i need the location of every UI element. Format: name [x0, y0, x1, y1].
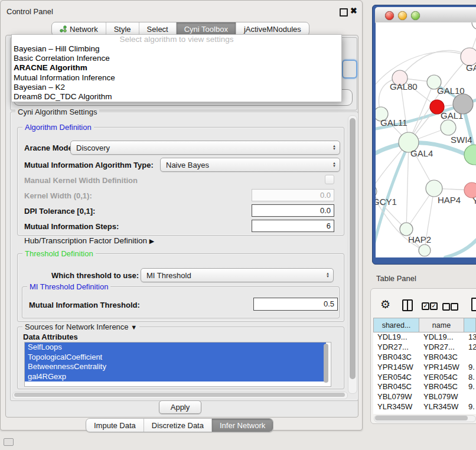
- checked-box-icon[interactable]: ✓: [422, 302, 429, 310]
- table-cell[interactable]: 9.: [464, 402, 476, 412]
- attribute-item-betweennesscentrality[interactable]: BetweennessCentrality: [25, 362, 326, 372]
- aracne-mode-select[interactable]: Discovery ▲▼: [70, 141, 340, 155]
- close-icon[interactable]: ✖: [350, 6, 357, 15]
- table-row[interactable]: YLR345WYLR345W9.: [373, 402, 476, 412]
- table-row[interactable]: YBL079WYBL079W: [373, 392, 476, 402]
- table-cell[interactable]: 9: [464, 412, 476, 414]
- table-cell[interactable]: 9.: [464, 363, 476, 373]
- algorithm-option-bayesian-k2[interactable]: Bayesian – K2: [12, 83, 341, 92]
- network-node[interactable]: [464, 145, 476, 165]
- network-edge[interactable]: [400, 50, 470, 78]
- checked-box-icon[interactable]: ✓: [430, 302, 438, 310]
- algorithm-option-bayesian-hill-climbing[interactable]: Bayesian – Hill Climbing: [12, 44, 341, 54]
- unchecked-box-icon[interactable]: [442, 303, 450, 311]
- network-node[interactable]: [453, 94, 473, 114]
- table-row[interactable]: YER054CYER054C8.: [373, 373, 476, 383]
- settings-horizontal-scrollbar[interactable]: [12, 392, 348, 399]
- settings-vertical-scrollbar[interactable]: [348, 115, 357, 394]
- algorithm-option-mutual-information-inference[interactable]: Mutual Information Inference: [12, 73, 341, 83]
- network-node-hap4[interactable]: [426, 180, 442, 197]
- table-cell[interactable]: YDL19...: [373, 332, 419, 343]
- hub-definition-toggle[interactable]: Hub/Transcription Factor Definition ▶: [24, 236, 154, 245]
- mi-algorithm-type-select[interactable]: Naive Bayes ▲▼: [160, 158, 340, 172]
- dpi-tolerance-field[interactable]: 0.0: [252, 204, 334, 217]
- table-cell[interactable]: YLR345W: [419, 402, 464, 412]
- page-icon[interactable]: [471, 298, 476, 311]
- tab-style[interactable]: Style: [106, 22, 139, 35]
- table-cell[interactable]: YDL19...: [419, 332, 464, 343]
- table-cell[interactable]: 13: [464, 332, 476, 343]
- table-cell[interactable]: YDR27...: [373, 343, 419, 353]
- table-row[interactable]: YPR145WYPR145W9.: [373, 363, 476, 373]
- table-row[interactable]: YIL052CYIL052C9: [373, 412, 476, 414]
- table-cell[interactable]: YBL079W: [373, 392, 419, 402]
- tab-select[interactable]: Select: [139, 22, 177, 35]
- mi-threshold-field[interactable]: 0.5: [253, 298, 338, 311]
- which-threshold-select[interactable]: MI Threshold ▲▼: [141, 268, 334, 282]
- table-cell[interactable]: YIL052C: [419, 412, 464, 414]
- table-row[interactable]: YBR043CYBR043C: [373, 353, 476, 363]
- table-cell[interactable]: YIL052C: [373, 412, 419, 414]
- column-header-cut[interactable]: [464, 318, 476, 332]
- collapsed-panel-icon[interactable]: [4, 438, 14, 446]
- table-cell[interactable]: YER054C: [419, 373, 464, 383]
- table-cell[interactable]: [464, 392, 476, 402]
- table-cell[interactable]: YBR045C: [419, 382, 464, 392]
- table-horizontal-scrollbar-thumb[interactable]: [375, 416, 468, 420]
- zoom-traffic-light[interactable]: [411, 11, 420, 20]
- settings-horizontal-scrollbar-thumb[interactable]: [14, 393, 345, 397]
- attribute-item-topologicalcoefficient[interactable]: TopologicalCoefficient: [25, 353, 326, 363]
- focused-combobox-fragment[interactable]: [342, 60, 357, 79]
- table-cell[interactable]: YPR145W: [373, 363, 419, 373]
- close-traffic-light[interactable]: [385, 11, 394, 20]
- gear-icon[interactable]: ⚙: [380, 298, 390, 311]
- float-window-icon[interactable]: [340, 8, 348, 17]
- network-edge[interactable]: [445, 233, 476, 257]
- table-cell[interactable]: YDR27...: [419, 343, 464, 353]
- table-cell[interactable]: YLR345W: [373, 402, 419, 412]
- table-cell[interactable]: 12: [464, 343, 476, 353]
- table-rows: YDL19...YDL19...13YDR27...YDR27...12YBR0…: [373, 332, 476, 414]
- apply-button[interactable]: Apply: [159, 400, 201, 414]
- bottom-tab-discretize-data[interactable]: Discretize Data: [144, 419, 212, 432]
- attribute-item-selfloops[interactable]: SelfLoops: [25, 343, 326, 353]
- algorithm-option-aracne-algorithm[interactable]: ARACNE Algorithm: [12, 63, 341, 73]
- column-header-shared[interactable]: shared...: [373, 318, 419, 332]
- mi-steps-field[interactable]: 6: [252, 220, 334, 232]
- column-header-name[interactable]: name: [419, 318, 464, 332]
- unchecked-box-icon[interactable]: [451, 303, 458, 311]
- network-node-gcy1[interactable]: [376, 185, 377, 198]
- table-cell[interactable]: 8.: [464, 373, 476, 383]
- tab-cyni-toolbox[interactable]: Cyni Toolbox: [177, 22, 236, 35]
- network-node[interactable]: [472, 22, 476, 30]
- which-threshold-label: Which threshold to use:: [51, 271, 139, 280]
- sources-title[interactable]: Sources for Network Inference ▼: [22, 322, 139, 331]
- algorithm-option-dream8-dc-tdc-algorithm[interactable]: Dream8 DC_TDC Algorithm: [12, 92, 341, 102]
- network-node-swi4[interactable]: [441, 120, 456, 135]
- table-row[interactable]: YDR27...YDR27...12: [373, 343, 476, 353]
- algorithm-option-basic-correlation-inference[interactable]: Basic Correlation Inference: [12, 54, 341, 63]
- network-edge[interactable]: [406, 142, 409, 229]
- table-cell[interactable]: YER054C: [373, 373, 419, 383]
- network-canvas[interactable]: GALGAL80GAL10GAL1GAL11SWI4GAL4GCY1HAP4YH…: [376, 22, 476, 257]
- table-row[interactable]: YDL19...YDL19...13: [373, 332, 476, 343]
- table-row[interactable]: YBR045CYBR045C9.: [373, 382, 476, 392]
- table-cell[interactable]: [464, 353, 476, 363]
- table-cell[interactable]: YBR043C: [419, 353, 464, 363]
- network-node[interactable]: [419, 244, 431, 256]
- bottom-tab-impute-data[interactable]: Impute Data: [86, 419, 144, 432]
- table-cell[interactable]: 9.: [464, 382, 476, 392]
- table-cell[interactable]: YPR145W: [419, 363, 464, 373]
- minimize-traffic-light[interactable]: [398, 11, 407, 20]
- attribute-item-gal4rgexp[interactable]: gal4RGexp: [25, 372, 326, 382]
- table-cell[interactable]: YBR045C: [373, 382, 419, 392]
- table-cell[interactable]: YBR043C: [373, 353, 419, 363]
- network-node-hap2[interactable]: [400, 223, 413, 236]
- columns-icon[interactable]: [402, 299, 413, 311]
- table-cell[interactable]: YBL079W: [419, 392, 464, 402]
- bottom-tab-infer-network[interactable]: Infer Network: [212, 419, 273, 432]
- settings-vertical-scrollbar-thumb[interactable]: [350, 118, 356, 379]
- tab-jactivemnodules[interactable]: jActiveMNodules: [236, 22, 309, 35]
- list-scrollbar-thumb[interactable]: [324, 344, 328, 383]
- tab-network[interactable]: Network: [52, 22, 106, 35]
